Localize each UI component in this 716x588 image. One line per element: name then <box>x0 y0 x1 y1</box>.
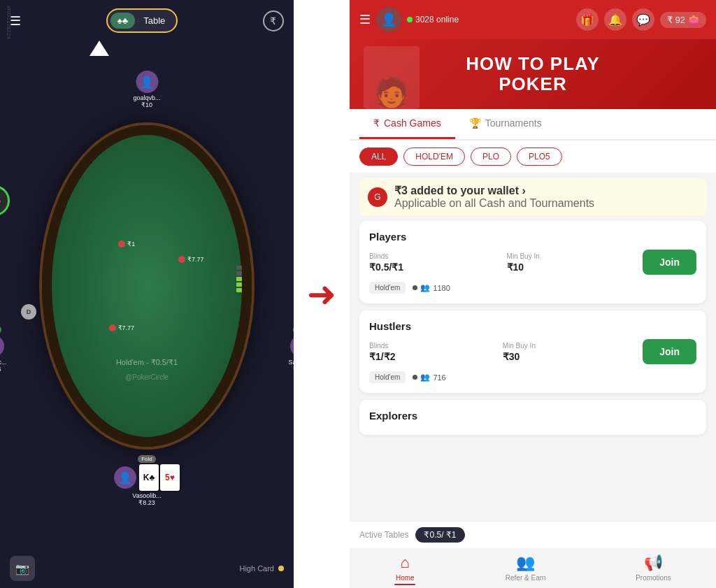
nav-refer[interactable]: 👥 Refer & Earn <box>506 554 546 585</box>
filter-row: ALL HOLD'EM PLO PLO5 <box>350 141 716 173</box>
player-action-call: Call <box>293 326 294 334</box>
refer-icon: 👥 <box>516 554 535 572</box>
game-card-footer: Hold'em 👥 1180 <box>369 282 696 294</box>
view-toggle[interactable]: ♠♣ Table <box>106 8 178 33</box>
header-left: ☰ 👤 3028 online <box>359 7 459 32</box>
user-avatar[interactable]: 👤 <box>376 7 401 32</box>
player-left-bot: Call 👤 rummyc... ₹17.6 <box>0 326 7 373</box>
promo-banner[interactable]: 🧑 HOW TO PLAY POKER <box>350 39 716 109</box>
notification-button[interactable]: 🔔 <box>604 8 626 31</box>
player-avatar: 👤 <box>136 71 158 93</box>
nav-home[interactable]: ⌂ Home <box>394 554 415 585</box>
wallet-notice[interactable]: G ₹3 added to your wallet › Applicable o… <box>359 178 706 215</box>
player-amount: ₹8.23 <box>138 499 155 506</box>
tabs-row: ₹ Cash Games 🏆 Tournaments <box>350 109 716 141</box>
player-right-bot: Call 👤 Sanchi14 ₹9.77 <box>288 326 294 373</box>
camera-button[interactable]: 📷 <box>10 556 35 581</box>
app-header: ☰ 👤 3028 online 🎁 🔔 💬 ₹ 92 👛 <box>350 0 716 39</box>
raise-bar[interactable] <box>236 266 242 292</box>
blinds-col: Blinds ₹0.5/₹1 <box>369 252 403 273</box>
filter-plo5[interactable]: PLO5 <box>517 148 562 166</box>
nav-promotions[interactable]: 📢 Promotions <box>636 554 671 585</box>
game-title-players: Players <box>369 231 696 243</box>
player-bottom: Fold 👤 K♣ 5♥ Vasoolib... ₹8.23 <box>114 455 180 506</box>
gift-button[interactable]: 🎁 <box>576 8 599 31</box>
join-button-players[interactable]: Join <box>643 250 696 275</box>
banner-figure: 🧑 <box>364 46 420 109</box>
player-action-call: Call <box>0 326 1 334</box>
table-area: Hold'em - ₹0.5/₹1 @PokerCircle ₹1 ₹7.77 … <box>0 41 294 517</box>
game-card-row: Blinds ₹1/₹2 Min Buy In ₹30 Join <box>369 339 696 364</box>
player-action-fold: Fold <box>138 455 156 463</box>
status-dot <box>278 566 284 571</box>
nav-bar: ⌂ Home 👥 Refer & Earn 📢 Promotions <box>350 548 716 588</box>
filter-plo[interactable]: PLO <box>471 148 511 166</box>
hamburger-icon[interactable]: ☰ <box>10 13 21 29</box>
chip-dot <box>109 324 116 331</box>
minbuyin-label: Min Buy In <box>503 342 536 350</box>
players-count: 👥 1180 <box>413 283 450 292</box>
table-bottom-ui: 📷 High Card <box>0 556 294 581</box>
online-dot <box>407 17 413 22</box>
wallet-notice-subtitle: Applicable on all Cash and Tournaments <box>394 197 594 210</box>
player-name: Sanchi14 <box>288 359 294 366</box>
balance-value: 92 <box>675 15 685 25</box>
chip-center-right: ₹7.77 <box>178 256 204 263</box>
pokercircle-logo: @PokerCircle <box>125 373 169 381</box>
blinds-label: Blinds <box>369 252 403 260</box>
players-num: 716 <box>433 373 445 382</box>
tab-cash-games[interactable]: ₹ Cash Games <box>359 109 455 139</box>
header-icons: 🎁 🔔 💬 ₹ 92 👛 <box>576 8 706 31</box>
player-top: 👤 goalqvb... ₹10 <box>133 71 160 108</box>
player-amount: ₹10 <box>141 101 152 108</box>
filter-all[interactable]: ALL <box>359 148 398 166</box>
online-count-text: 3028 online <box>415 15 459 24</box>
blinds-col: Blinds ₹1/₹2 <box>369 342 395 362</box>
tournaments-label: Tournaments <box>485 117 542 129</box>
blinds-value: ₹1/₹2 <box>369 351 395 362</box>
game-title-hustlers: Hustlers <box>369 320 696 332</box>
cards-view-button[interactable]: ♠♣ <box>110 13 135 29</box>
players-dot <box>413 285 417 290</box>
whatsapp-button[interactable]: 💬 <box>632 8 654 31</box>
minbuyin-col: Min Buy In ₹10 <box>507 252 540 273</box>
game-cards-list: Players Blinds ₹0.5/₹1 Min Buy In ₹10 Jo… <box>350 221 716 521</box>
banner-text: HOW TO PLAY POKER <box>466 54 600 94</box>
online-count: 3028 online <box>407 15 459 24</box>
game-title-explorers: Explorers <box>369 410 696 422</box>
balance-display[interactable]: ₹ 92 👛 <box>660 12 706 28</box>
raise-bar-segment-active <box>236 282 242 287</box>
active-tables-label: Active Tables <box>359 530 408 540</box>
rupee-balance-button[interactable]: ₹ <box>263 10 284 31</box>
active-table-chip[interactable]: ₹0.5/ ₹1 <box>415 527 464 543</box>
menu-icon[interactable]: ☰ <box>359 12 371 27</box>
table-view-button[interactable]: Table <box>135 13 173 29</box>
filter-holdem[interactable]: HOLD'EM <box>403 148 465 166</box>
players-icon: 👥 <box>420 283 430 292</box>
players-dot <box>413 375 417 380</box>
join-button-hustlers[interactable]: Join <box>643 339 696 364</box>
table-label: Hold'em - ₹0.5/₹1 <box>116 358 178 367</box>
minbuyin-value: ₹10 <box>507 261 540 273</box>
trophy-icon: 🏆 <box>469 117 481 129</box>
blinds-value: ₹0.5/₹1 <box>369 261 403 273</box>
player-amount: ₹17.6 <box>0 366 1 373</box>
game-card-hustlers: Hustlers Blinds ₹1/₹2 Min Buy In ₹30 Joi… <box>359 310 706 393</box>
nav-refer-label: Refer & Earn <box>506 574 546 582</box>
game-card-explorers: Explorers <box>359 400 706 435</box>
wallet-notice-content: ₹3 added to your wallet › Applicable on … <box>394 184 594 210</box>
rupee-symbol: ₹ <box>667 15 673 25</box>
wallet-notice-title: ₹3 added to your wallet › <box>394 184 594 197</box>
player-name: rummyc... <box>0 359 7 366</box>
players-count: 👥 716 <box>413 373 445 382</box>
home-icon: ⌂ <box>401 554 410 572</box>
wallet-notice-icon: G <box>368 187 387 207</box>
chip-center-left: ₹1 <box>118 241 135 248</box>
dealer-button: D <box>21 304 36 320</box>
wallet-icon: 👛 <box>688 15 699 25</box>
player-avatar: 👤 <box>290 335 294 357</box>
tab-tournaments[interactable]: 🏆 Tournaments <box>455 109 556 139</box>
navigation-arrow: ➜ <box>307 277 336 312</box>
raise-bar-segment <box>236 266 242 270</box>
game-card-row: Blinds ₹0.5/₹1 Min Buy In ₹10 Join <box>369 250 696 275</box>
